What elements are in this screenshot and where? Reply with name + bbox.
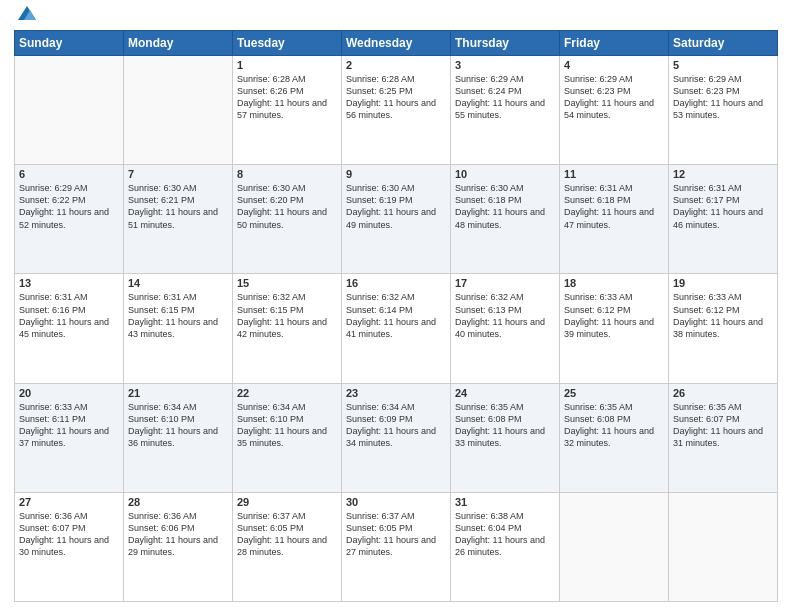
calendar-cell: 25Sunrise: 6:35 AM Sunset: 6:08 PM Dayli… — [560, 383, 669, 492]
day-number: 26 — [673, 387, 773, 399]
calendar-cell: 7Sunrise: 6:30 AM Sunset: 6:21 PM Daylig… — [124, 165, 233, 274]
calendar-cell: 31Sunrise: 6:38 AM Sunset: 6:04 PM Dayli… — [451, 492, 560, 601]
calendar-cell: 20Sunrise: 6:33 AM Sunset: 6:11 PM Dayli… — [15, 383, 124, 492]
day-number: 27 — [19, 496, 119, 508]
weekday-header-row: SundayMondayTuesdayWednesdayThursdayFrid… — [15, 31, 778, 56]
calendar-cell: 9Sunrise: 6:30 AM Sunset: 6:19 PM Daylig… — [342, 165, 451, 274]
calendar-cell: 18Sunrise: 6:33 AM Sunset: 6:12 PM Dayli… — [560, 274, 669, 383]
day-number: 25 — [564, 387, 664, 399]
calendar-cell: 30Sunrise: 6:37 AM Sunset: 6:05 PM Dayli… — [342, 492, 451, 601]
calendar-week-row: 27Sunrise: 6:36 AM Sunset: 6:07 PM Dayli… — [15, 492, 778, 601]
calendar-cell: 22Sunrise: 6:34 AM Sunset: 6:10 PM Dayli… — [233, 383, 342, 492]
day-info: Sunrise: 6:31 AM Sunset: 6:18 PM Dayligh… — [564, 182, 664, 231]
day-number: 28 — [128, 496, 228, 508]
day-number: 10 — [455, 168, 555, 180]
day-info: Sunrise: 6:35 AM Sunset: 6:08 PM Dayligh… — [455, 401, 555, 450]
day-info: Sunrise: 6:30 AM Sunset: 6:18 PM Dayligh… — [455, 182, 555, 231]
calendar-cell — [669, 492, 778, 601]
day-number: 30 — [346, 496, 446, 508]
calendar-cell: 8Sunrise: 6:30 AM Sunset: 6:20 PM Daylig… — [233, 165, 342, 274]
calendar-cell: 1Sunrise: 6:28 AM Sunset: 6:26 PM Daylig… — [233, 56, 342, 165]
day-number: 20 — [19, 387, 119, 399]
calendar-cell — [124, 56, 233, 165]
day-info: Sunrise: 6:34 AM Sunset: 6:10 PM Dayligh… — [237, 401, 337, 450]
calendar-cell: 11Sunrise: 6:31 AM Sunset: 6:18 PM Dayli… — [560, 165, 669, 274]
day-number: 15 — [237, 277, 337, 289]
day-number: 23 — [346, 387, 446, 399]
day-number: 21 — [128, 387, 228, 399]
day-number: 13 — [19, 277, 119, 289]
day-info: Sunrise: 6:34 AM Sunset: 6:09 PM Dayligh… — [346, 401, 446, 450]
calendar-cell: 24Sunrise: 6:35 AM Sunset: 6:08 PM Dayli… — [451, 383, 560, 492]
day-number: 3 — [455, 59, 555, 71]
day-info: Sunrise: 6:31 AM Sunset: 6:16 PM Dayligh… — [19, 291, 119, 340]
weekday-header: Saturday — [669, 31, 778, 56]
day-info: Sunrise: 6:35 AM Sunset: 6:08 PM Dayligh… — [564, 401, 664, 450]
calendar-cell: 16Sunrise: 6:32 AM Sunset: 6:14 PM Dayli… — [342, 274, 451, 383]
calendar-cell: 12Sunrise: 6:31 AM Sunset: 6:17 PM Dayli… — [669, 165, 778, 274]
calendar-cell — [15, 56, 124, 165]
day-info: Sunrise: 6:32 AM Sunset: 6:15 PM Dayligh… — [237, 291, 337, 340]
day-info: Sunrise: 6:38 AM Sunset: 6:04 PM Dayligh… — [455, 510, 555, 559]
calendar-cell: 15Sunrise: 6:32 AM Sunset: 6:15 PM Dayli… — [233, 274, 342, 383]
calendar-cell: 21Sunrise: 6:34 AM Sunset: 6:10 PM Dayli… — [124, 383, 233, 492]
header — [14, 10, 778, 24]
calendar-cell: 2Sunrise: 6:28 AM Sunset: 6:25 PM Daylig… — [342, 56, 451, 165]
day-info: Sunrise: 6:32 AM Sunset: 6:14 PM Dayligh… — [346, 291, 446, 340]
day-info: Sunrise: 6:31 AM Sunset: 6:15 PM Dayligh… — [128, 291, 228, 340]
calendar-cell: 27Sunrise: 6:36 AM Sunset: 6:07 PM Dayli… — [15, 492, 124, 601]
weekday-header: Thursday — [451, 31, 560, 56]
day-info: Sunrise: 6:30 AM Sunset: 6:19 PM Dayligh… — [346, 182, 446, 231]
calendar-week-row: 13Sunrise: 6:31 AM Sunset: 6:16 PM Dayli… — [15, 274, 778, 383]
day-info: Sunrise: 6:32 AM Sunset: 6:13 PM Dayligh… — [455, 291, 555, 340]
weekday-header: Monday — [124, 31, 233, 56]
day-number: 6 — [19, 168, 119, 180]
calendar-cell: 3Sunrise: 6:29 AM Sunset: 6:24 PM Daylig… — [451, 56, 560, 165]
day-info: Sunrise: 6:29 AM Sunset: 6:23 PM Dayligh… — [564, 73, 664, 122]
logo — [14, 10, 38, 24]
day-number: 29 — [237, 496, 337, 508]
day-info: Sunrise: 6:29 AM Sunset: 6:24 PM Dayligh… — [455, 73, 555, 122]
day-number: 2 — [346, 59, 446, 71]
day-info: Sunrise: 6:33 AM Sunset: 6:11 PM Dayligh… — [19, 401, 119, 450]
day-info: Sunrise: 6:36 AM Sunset: 6:07 PM Dayligh… — [19, 510, 119, 559]
calendar-cell: 5Sunrise: 6:29 AM Sunset: 6:23 PM Daylig… — [669, 56, 778, 165]
calendar-cell: 26Sunrise: 6:35 AM Sunset: 6:07 PM Dayli… — [669, 383, 778, 492]
calendar-week-row: 20Sunrise: 6:33 AM Sunset: 6:11 PM Dayli… — [15, 383, 778, 492]
day-number: 4 — [564, 59, 664, 71]
day-number: 5 — [673, 59, 773, 71]
day-number: 1 — [237, 59, 337, 71]
calendar-cell — [560, 492, 669, 601]
day-number: 7 — [128, 168, 228, 180]
day-info: Sunrise: 6:29 AM Sunset: 6:22 PM Dayligh… — [19, 182, 119, 231]
day-info: Sunrise: 6:36 AM Sunset: 6:06 PM Dayligh… — [128, 510, 228, 559]
day-number: 24 — [455, 387, 555, 399]
day-info: Sunrise: 6:31 AM Sunset: 6:17 PM Dayligh… — [673, 182, 773, 231]
day-number: 9 — [346, 168, 446, 180]
calendar-cell: 10Sunrise: 6:30 AM Sunset: 6:18 PM Dayli… — [451, 165, 560, 274]
day-info: Sunrise: 6:37 AM Sunset: 6:05 PM Dayligh… — [346, 510, 446, 559]
day-info: Sunrise: 6:35 AM Sunset: 6:07 PM Dayligh… — [673, 401, 773, 450]
calendar-week-row: 6Sunrise: 6:29 AM Sunset: 6:22 PM Daylig… — [15, 165, 778, 274]
calendar-cell: 19Sunrise: 6:33 AM Sunset: 6:12 PM Dayli… — [669, 274, 778, 383]
day-number: 12 — [673, 168, 773, 180]
day-info: Sunrise: 6:30 AM Sunset: 6:21 PM Dayligh… — [128, 182, 228, 231]
calendar-cell: 4Sunrise: 6:29 AM Sunset: 6:23 PM Daylig… — [560, 56, 669, 165]
day-info: Sunrise: 6:33 AM Sunset: 6:12 PM Dayligh… — [564, 291, 664, 340]
day-info: Sunrise: 6:30 AM Sunset: 6:20 PM Dayligh… — [237, 182, 337, 231]
weekday-header: Wednesday — [342, 31, 451, 56]
day-info: Sunrise: 6:28 AM Sunset: 6:26 PM Dayligh… — [237, 73, 337, 122]
weekday-header: Sunday — [15, 31, 124, 56]
day-number: 19 — [673, 277, 773, 289]
day-number: 16 — [346, 277, 446, 289]
day-info: Sunrise: 6:28 AM Sunset: 6:25 PM Dayligh… — [346, 73, 446, 122]
calendar-cell: 23Sunrise: 6:34 AM Sunset: 6:09 PM Dayli… — [342, 383, 451, 492]
calendar-week-row: 1Sunrise: 6:28 AM Sunset: 6:26 PM Daylig… — [15, 56, 778, 165]
weekday-header: Friday — [560, 31, 669, 56]
day-info: Sunrise: 6:29 AM Sunset: 6:23 PM Dayligh… — [673, 73, 773, 122]
day-number: 17 — [455, 277, 555, 289]
calendar-cell: 28Sunrise: 6:36 AM Sunset: 6:06 PM Dayli… — [124, 492, 233, 601]
day-number: 14 — [128, 277, 228, 289]
calendar-cell: 17Sunrise: 6:32 AM Sunset: 6:13 PM Dayli… — [451, 274, 560, 383]
day-number: 31 — [455, 496, 555, 508]
